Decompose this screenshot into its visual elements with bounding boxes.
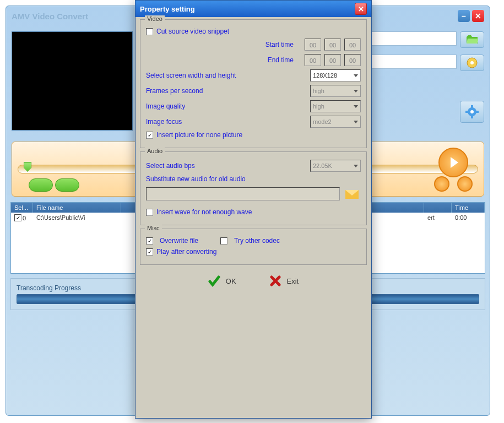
open-file-button[interactable] [460, 31, 484, 48]
try-codec-checkbox[interactable] [220, 237, 227, 245]
end-ss-input[interactable]: 00 [344, 54, 361, 66]
play-button[interactable] [438, 148, 468, 177]
substitute-audio-input[interactable] [146, 187, 340, 200]
video-group-title: Video [145, 15, 165, 22]
video-group: Video Cut source video snippet Start tim… [140, 19, 367, 148]
fps-combo[interactable]: high [310, 85, 361, 97]
insert-wave-label: Insert wave for not enough wave [156, 208, 361, 216]
open-dest-button[interactable] [460, 55, 484, 71]
row-time: 0:00 [452, 213, 485, 223]
audio-group-title: Audio [145, 148, 165, 154]
col-time[interactable]: Time [452, 203, 485, 213]
try-codec-label: Try other codec [234, 237, 280, 245]
screen-size-label: Select screen width and height [146, 72, 310, 79]
misc-group-title: Misc [145, 225, 162, 231]
exit-button[interactable]: Exit [269, 275, 299, 287]
modal-close-button[interactable]: ✕ [355, 3, 367, 15]
cut-source-checkbox[interactable] [146, 28, 153, 35]
row-status: ert [424, 213, 452, 223]
play-after-checkbox[interactable] [146, 248, 153, 256]
col-filename[interactable]: File name [33, 203, 121, 213]
substitute-audio-label: Substitute new audio for old audio [146, 175, 361, 183]
folder-icon [466, 35, 478, 45]
screen-size-combo[interactable]: 128X128 [310, 69, 361, 82]
svg-rect-6 [465, 111, 468, 113]
misc-group: Misc Overwrite file Try other codec Play… [140, 229, 367, 265]
video-preview [12, 31, 133, 131]
modal-title: Property setting [140, 5, 195, 13]
audio-bps-combo[interactable]: 22.05K [310, 160, 361, 172]
end-mm-input[interactable]: 00 [324, 54, 341, 66]
minimize-button[interactable]: – [458, 10, 470, 22]
col-select[interactable]: Sel... [11, 203, 33, 213]
check-icon [208, 275, 220, 287]
envelope-icon [344, 188, 360, 200]
browse-audio-button[interactable] [343, 186, 361, 202]
gear-icon [465, 105, 479, 118]
slider-thumb[interactable] [24, 162, 31, 172]
insert-wave-checkbox[interactable] [146, 209, 153, 216]
stop-button[interactable] [434, 176, 449, 192]
svg-point-3 [470, 110, 474, 113]
svg-point-1 [470, 61, 474, 64]
start-hh-input[interactable]: 00 [305, 39, 321, 51]
focus-label: Image focus [146, 118, 310, 126]
row-checkbox[interactable] [14, 214, 21, 221]
overwrite-checkbox[interactable] [146, 237, 153, 245]
disc-icon [467, 57, 478, 68]
row-filename: C:\Users\Public\Vi [33, 213, 121, 223]
settings-button[interactable] [460, 101, 484, 123]
end-time-label: End time [146, 56, 305, 64]
pause-button[interactable] [457, 176, 473, 192]
col-status [424, 203, 452, 213]
start-ss-input[interactable]: 00 [344, 39, 361, 51]
mark-out-button[interactable] [55, 178, 79, 192]
audio-group: Audio Select audio bps 22.05K Substitute… [140, 151, 367, 225]
modal-titlebar: Property setting ✕ [136, 1, 371, 17]
end-hh-input[interactable]: 00 [305, 54, 321, 66]
quality-combo[interactable]: high [310, 100, 361, 112]
svg-rect-5 [471, 116, 473, 118]
insert-picture-label: Insert picture for none picture [156, 131, 361, 139]
property-setting-dialog: Property setting ✕ Video Cut source vide… [135, 0, 372, 419]
svg-rect-4 [471, 105, 473, 108]
main-title: AMV Video Convert [12, 12, 88, 21]
x-icon [269, 275, 281, 287]
start-mm-input[interactable]: 00 [324, 39, 341, 51]
mark-in-button[interactable] [29, 178, 53, 192]
fps-label: Frames per second [146, 87, 310, 95]
quality-label: Image quality [146, 102, 310, 110]
ok-button[interactable]: OK [208, 275, 236, 287]
play-after-label: Play after converting [156, 248, 361, 256]
cut-source-label: Cut source video snippet [156, 28, 361, 35]
svg-rect-7 [476, 111, 479, 113]
start-time-label: Start time [146, 41, 305, 48]
audio-bps-label: Select audio bps [146, 162, 310, 170]
overwrite-label: Overwrite file [160, 237, 198, 245]
row-sel: 0 [23, 215, 26, 221]
close-button[interactable]: ✕ [472, 10, 484, 22]
insert-picture-checkbox[interactable] [146, 132, 153, 139]
focus-combo[interactable]: mode2 [310, 116, 361, 128]
